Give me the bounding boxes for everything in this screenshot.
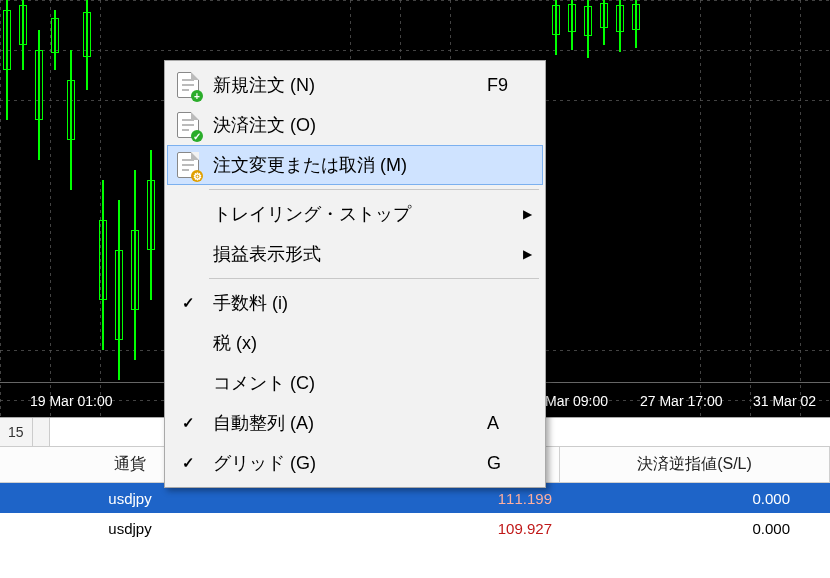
menu-item-shortcut: A xyxy=(487,413,537,434)
menu-item-grid[interactable]: ✓ グリッド (G) G xyxy=(167,443,543,483)
checkmark-icon: ✓ xyxy=(167,414,209,432)
menu-item-tax[interactable]: 税 (x) xyxy=(167,323,543,363)
menu-item-label: 新規注文 (N) xyxy=(209,73,487,97)
candlestick xyxy=(70,50,72,190)
menu-item-label: 決済注文 (O) xyxy=(209,113,487,137)
table-row[interactable]: usdjpy 109.927 0.000 xyxy=(0,513,830,543)
candlestick xyxy=(134,170,136,360)
document-plus-icon: + xyxy=(167,72,209,98)
candlestick xyxy=(587,0,589,58)
chart-context-menu[interactable]: + 新規注文 (N) F9 ✓ 決済注文 (O) ⚙ 注文変更または取消 (M)… xyxy=(164,60,546,488)
cell-price: 109.927 xyxy=(260,513,560,543)
cell-sl: 0.000 xyxy=(560,483,830,513)
menu-item-commission[interactable]: ✓ 手数料 (i) xyxy=(167,283,543,323)
menu-item-label: コメント (C) xyxy=(209,371,487,395)
menu-item-label: 損益表示形式 xyxy=(209,242,517,266)
checkmark-icon: ✓ xyxy=(167,454,209,472)
candlestick xyxy=(54,10,56,70)
submenu-arrow-icon: ▶ xyxy=(517,247,537,261)
menu-item-comment[interactable]: コメント (C) xyxy=(167,363,543,403)
menu-item-label: 税 (x) xyxy=(209,331,487,355)
menu-separator xyxy=(167,274,543,283)
menu-item-label: 手数料 (i) xyxy=(209,291,487,315)
cell-symbol: usdjpy xyxy=(0,513,260,543)
menu-separator xyxy=(167,185,543,194)
candlestick xyxy=(619,0,621,52)
axis-label: 19 Mar 01:00 xyxy=(30,393,113,409)
document-gear-icon: ⚙ xyxy=(167,152,209,178)
menu-item-auto-arrange[interactable]: ✓ 自動整列 (A) A xyxy=(167,403,543,443)
menu-item-new-order[interactable]: + 新規注文 (N) F9 xyxy=(167,65,543,105)
candlestick xyxy=(22,0,24,70)
menu-item-label: 注文変更または取消 (M) xyxy=(209,153,487,177)
timeframe-label: 15 xyxy=(8,424,24,440)
axis-label: 27 Mar 17:00 xyxy=(640,393,723,409)
candlestick xyxy=(571,0,573,50)
candlestick xyxy=(603,0,605,45)
axis-label: Mar 09:00 xyxy=(545,393,608,409)
menu-item-label: トレイリング・ストップ xyxy=(209,202,517,226)
document-check-icon: ✓ xyxy=(167,112,209,138)
candlestick xyxy=(150,150,152,300)
submenu-arrow-icon: ▶ xyxy=(517,207,537,221)
menu-item-label: 自動整列 (A) xyxy=(209,411,487,435)
candlestick xyxy=(555,0,557,55)
menu-item-shortcut: G xyxy=(487,453,537,474)
candlestick xyxy=(6,0,8,120)
menu-item-profit-display[interactable]: 損益表示形式 ▶ xyxy=(167,234,543,274)
menu-item-close-order[interactable]: ✓ 決済注文 (O) xyxy=(167,105,543,145)
menu-item-shortcut: F9 xyxy=(487,75,537,96)
checkmark-icon: ✓ xyxy=(167,294,209,312)
candlestick xyxy=(38,30,40,160)
axis-label: 31 Mar 02 xyxy=(753,393,816,409)
candlestick xyxy=(635,0,637,48)
candlestick xyxy=(118,200,120,380)
menu-item-modify-order[interactable]: ⚙ 注文変更または取消 (M) xyxy=(167,145,543,185)
menu-item-trailing-stop[interactable]: トレイリング・ストップ ▶ xyxy=(167,194,543,234)
menu-item-label: グリッド (G) xyxy=(209,451,487,475)
tab-spacer xyxy=(33,418,50,446)
cell-sl: 0.000 xyxy=(560,513,830,543)
candlestick xyxy=(86,0,88,90)
column-header-sl[interactable]: 決済逆指値(S/L) xyxy=(560,447,830,482)
candlestick xyxy=(102,180,104,350)
timeframe-tab[interactable]: 15 xyxy=(0,418,33,446)
